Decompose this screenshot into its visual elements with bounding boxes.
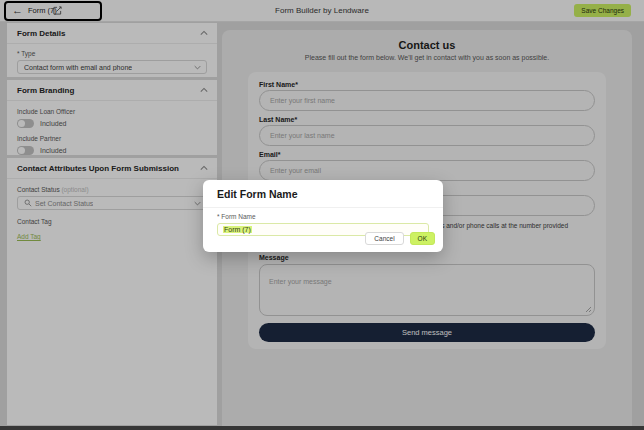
modal-title: Edit Form Name xyxy=(203,180,443,200)
form-name-field-label: * Form Name xyxy=(217,213,429,220)
ok-button[interactable]: OK xyxy=(410,232,435,245)
form-name-input-value: Form (7) xyxy=(223,226,252,233)
cancel-button[interactable]: Cancel xyxy=(365,232,403,245)
edit-form-name-modal: Edit Form Name * Form Name Form (7) Canc… xyxy=(203,180,443,252)
